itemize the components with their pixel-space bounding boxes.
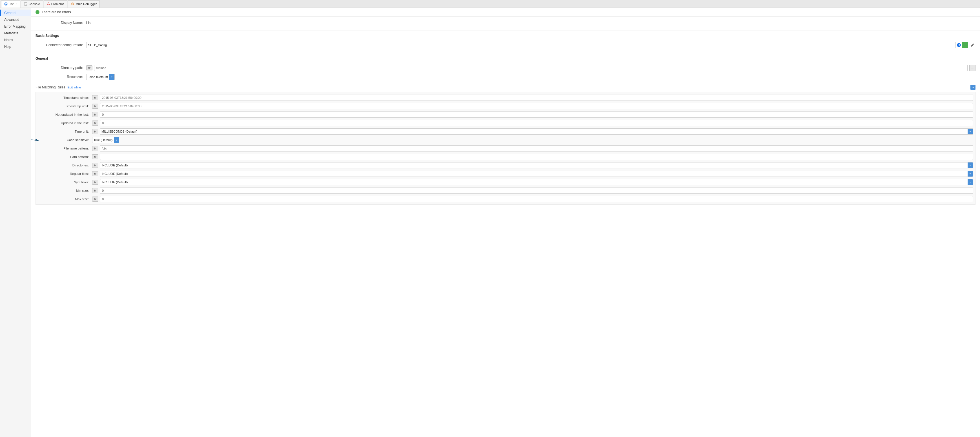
sidebar-item-error-mapping[interactable]: Error Mapping	[0, 23, 31, 30]
sym-links-chevron-icon: ▾	[970, 181, 971, 184]
time-unit-select-wrap[interactable]: MILLISECONDS (Default) SECONDS MINUTES H…	[100, 129, 973, 135]
min-size-label: Min size:	[36, 189, 92, 192]
path-pattern-input[interactable]	[100, 154, 973, 160]
regular-files-fx-badge[interactable]: fx	[92, 171, 98, 176]
connector-add-icon[interactable]: +	[962, 42, 968, 48]
file-matching-label: File Matching Rules	[35, 85, 65, 89]
min-size-input[interactable]	[100, 188, 973, 194]
recursive-select-btn[interactable]: ▾	[109, 74, 115, 80]
max-size-fx-badge[interactable]: fx	[92, 197, 98, 202]
not-updated-label: Not updated in the last:	[36, 113, 92, 116]
sym-links-select-wrap[interactable]: INCLUDE (Default) EXCLUDE ▾	[100, 179, 973, 185]
time-unit-fx-badge[interactable]: fx	[92, 129, 98, 134]
min-size-fx-badge[interactable]: fx	[92, 188, 98, 193]
time-unit-value: fx MILLISECONDS (Default) SECONDS MINUTE…	[92, 129, 975, 135]
sidebar-item-help[interactable]: Help	[0, 43, 31, 50]
not-updated-row: Not updated in the last: fx	[36, 110, 975, 119]
time-unit-chevron-icon: ▾	[970, 130, 971, 133]
timestamp-until-value: fx	[92, 103, 975, 109]
sidebar-error-mapping-label: Error Mapping	[4, 24, 25, 29]
recursive-value: False (Default) True ▾	[86, 74, 975, 80]
mule-debugger-tab-icon	[71, 2, 75, 6]
directories-select-btn[interactable]: ▾	[967, 162, 973, 168]
case-sensitive-select[interactable]: True (Default) False	[92, 138, 114, 142]
updated-fx-badge[interactable]: fx	[92, 121, 98, 126]
basic-settings-section: Connector configuration: +	[31, 38, 980, 52]
filename-pattern-input[interactable]	[100, 145, 973, 151]
sidebar-item-metadata[interactable]: Metadata	[0, 30, 31, 37]
directories-select[interactable]: INCLUDE (Default) EXCLUDE	[100, 163, 967, 167]
sym-links-select[interactable]: INCLUDE (Default) EXCLUDE	[100, 180, 967, 184]
tab-list-close[interactable]: ×	[16, 3, 17, 5]
file-matching-subfields: Timestamp since: fx Timestamp until: fx …	[35, 92, 975, 205]
tab-mule-debugger-label: Mule Debugger	[75, 2, 97, 6]
connector-config-refresh-icon[interactable]	[957, 43, 961, 47]
timestamp-until-input[interactable]	[100, 103, 973, 109]
sidebar-item-advanced[interactable]: Advanced	[0, 16, 31, 23]
tab-mule-debugger[interactable]: Mule Debugger	[68, 0, 100, 8]
regular-files-label: Regular files:	[36, 172, 92, 175]
case-sensitive-value: True (Default) False ▾	[92, 137, 975, 143]
sym-links-label: Sym links:	[36, 181, 92, 184]
case-sensitive-select-wrap[interactable]: True (Default) False ▾	[92, 137, 119, 143]
tab-list[interactable]: List ×	[1, 0, 20, 8]
connector-config-row: Connector configuration: +	[35, 41, 975, 49]
timestamp-until-fx-badge[interactable]: fx	[92, 103, 98, 109]
sidebar-general-label: General	[4, 11, 16, 15]
tab-console[interactable]: Console	[21, 0, 43, 8]
directory-path-browse-button[interactable]: ···	[969, 65, 975, 71]
edit-inline-button[interactable]: Edit inline	[67, 86, 81, 89]
sym-links-value: fx INCLUDE (Default) EXCLUDE ▾	[92, 179, 975, 185]
tab-problems[interactable]: Problems	[44, 0, 67, 8]
connector-config-input[interactable]	[86, 42, 956, 48]
display-name-label: Display Name:	[35, 21, 86, 25]
recursive-select-wrap[interactable]: False (Default) True ▾	[86, 74, 115, 80]
directories-chevron-icon: ▾	[970, 164, 971, 167]
regular-files-select-wrap[interactable]: INCLUDE (Default) EXCLUDE ▾	[100, 171, 973, 177]
connector-edit-icon[interactable]	[969, 42, 975, 48]
directory-path-input[interactable]	[94, 65, 967, 71]
sidebar-item-notes[interactable]: Notes	[0, 37, 31, 43]
directories-select-wrap[interactable]: INCLUDE (Default) EXCLUDE ▾	[100, 162, 973, 168]
case-sensitive-select-btn[interactable]: ▾	[114, 137, 119, 143]
not-updated-input[interactable]	[100, 111, 973, 118]
sym-links-select-btn[interactable]: ▾	[967, 180, 973, 185]
main-container: General Advanced Error Mapping Metadata …	[0, 8, 980, 437]
timestamp-since-input[interactable]	[100, 95, 973, 101]
filename-pattern-row: Filename pattern: fx	[36, 144, 975, 153]
content-area: There are no errors. Display Name: List …	[31, 8, 980, 437]
directories-fx-badge[interactable]: fx	[92, 163, 98, 168]
not-updated-value: fx	[92, 111, 975, 118]
display-name-row: Display Name: List	[35, 19, 975, 27]
directories-row: Directories: fx INCLUDE (Default) EXCLUD…	[36, 161, 975, 170]
max-size-input[interactable]	[100, 196, 973, 202]
display-name-section: Display Name: List	[31, 17, 980, 29]
min-size-value: fx	[92, 188, 975, 194]
directory-path-fx-badge[interactable]: fx	[86, 65, 92, 70]
svg-marker-11	[958, 44, 959, 45]
regular-files-select-btn[interactable]: ▾	[967, 171, 973, 176]
svg-rect-3	[5, 5, 6, 5]
regular-files-select[interactable]: INCLUDE (Default) EXCLUDE	[100, 172, 967, 176]
recursive-chevron-icon: ▾	[111, 76, 113, 78]
case-sensitive-label: Case sensitive:	[36, 138, 92, 141]
not-updated-fx-badge[interactable]: fx	[92, 112, 98, 117]
dotdotdot-icon: ···	[971, 67, 974, 70]
updated-label: Updated in the last:	[36, 121, 92, 125]
tab-bar: List × Console Problems Mule Debugger	[0, 0, 980, 8]
sym-links-fx-badge[interactable]: fx	[92, 180, 98, 185]
timestamp-since-fx-badge[interactable]: fx	[92, 95, 98, 100]
file-matching-expand-button[interactable]: ▾	[970, 85, 975, 90]
general-section: Directory path: fx ··· Recursive: False …	[31, 61, 980, 84]
recursive-select[interactable]: False (Default) True	[86, 75, 109, 79]
path-pattern-fx-badge[interactable]: fx	[92, 154, 98, 159]
time-unit-select[interactable]: MILLISECONDS (Default) SECONDS MINUTES H…	[100, 129, 967, 134]
timestamp-since-row: Timestamp since: fx	[36, 94, 975, 102]
filename-pattern-fx-badge[interactable]: fx	[92, 146, 98, 151]
display-name-value: List	[86, 21, 975, 25]
sidebar-item-general[interactable]: General	[0, 10, 31, 16]
divider-1	[31, 30, 980, 30]
tab-console-label: Console	[29, 2, 40, 6]
updated-input[interactable]	[100, 120, 973, 126]
time-unit-select-btn[interactable]: ▾	[967, 129, 973, 134]
